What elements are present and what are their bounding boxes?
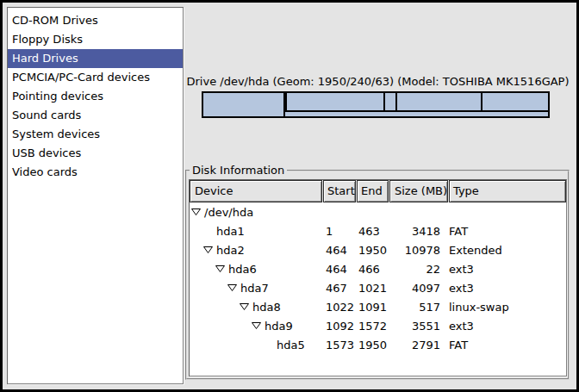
type-cell: ext3 bbox=[445, 320, 566, 333]
start-cell: 1 bbox=[322, 225, 355, 238]
column-header-type[interactable]: Type bbox=[449, 180, 566, 202]
device-cell: hda1 bbox=[190, 225, 322, 238]
device-label: hda8 bbox=[252, 301, 281, 314]
sidebar-item-video-cards[interactable]: Video cards bbox=[8, 163, 183, 182]
device-label: hda7 bbox=[240, 282, 269, 295]
sidebar-item-floppy-disks[interactable]: Floppy Disks bbox=[8, 30, 183, 49]
device-cell: hda9 bbox=[190, 320, 322, 333]
end-cell: 1021 bbox=[355, 282, 387, 295]
partition-segment-hda5 bbox=[482, 93, 548, 110]
table-row-hda2[interactable]: hda2464195010978Extended bbox=[190, 240, 566, 259]
type-cell: linux-swap bbox=[445, 301, 566, 314]
table-row-hda8[interactable]: hda810221091517linux-swap bbox=[190, 297, 566, 316]
type-cell: FAT bbox=[445, 339, 566, 352]
start-cell: 1573 bbox=[322, 339, 355, 352]
table-row-hda6[interactable]: hda646446622ext3 bbox=[190, 259, 566, 278]
hardware-browser-window: CD-ROM DrivesFloppy DisksHard DrivesPCMC… bbox=[0, 0, 579, 392]
sidebar-item-sound-cards[interactable]: Sound cards bbox=[8, 106, 183, 125]
size-cell: 517 bbox=[387, 301, 445, 314]
type-cell: ext3 bbox=[445, 263, 566, 276]
device-label: hda2 bbox=[216, 244, 245, 257]
table-row-hda9[interactable]: hda9109215723551ext3 bbox=[190, 316, 566, 335]
expander-icon[interactable] bbox=[191, 208, 201, 215]
column-header-start[interactable]: Start bbox=[323, 180, 356, 202]
sidebar-item-pcmcia-pc-card-devices[interactable]: PCMCIA/PC-Card devices bbox=[8, 68, 183, 87]
start-cell: 467 bbox=[322, 282, 355, 295]
device-label: hda1 bbox=[216, 225, 245, 238]
expander-icon[interactable] bbox=[240, 303, 249, 310]
expander-icon[interactable] bbox=[215, 265, 225, 272]
partition-bar bbox=[202, 91, 550, 118]
disk-table-body: /dev/hdahda114633418FAThda2464195010978E… bbox=[190, 202, 566, 354]
expander-icon[interactable] bbox=[203, 246, 213, 253]
type-cell: Extended bbox=[445, 244, 566, 257]
type-cell: FAT bbox=[445, 225, 566, 238]
size-cell: 4097 bbox=[387, 282, 445, 295]
sidebar-item-system-devices[interactable]: System devices bbox=[8, 125, 183, 144]
device-cell: hda5 bbox=[190, 339, 322, 352]
drive-summary-text: Drive /dev/hda (Geom: 1950/240/63) (Mode… bbox=[185, 75, 570, 89]
table-row-hda5[interactable]: hda5157319502791FAT bbox=[190, 335, 566, 354]
expander-icon[interactable] bbox=[227, 284, 237, 291]
start-cell: 464 bbox=[322, 244, 355, 257]
end-cell: 463 bbox=[355, 225, 387, 238]
logical-partitions-row bbox=[285, 93, 548, 112]
size-cell: 22 bbox=[387, 263, 445, 276]
partition-segment-hda7 bbox=[287, 93, 385, 110]
column-header-end[interactable]: End bbox=[357, 180, 389, 202]
device-label: hda5 bbox=[277, 339, 305, 352]
end-cell: 1950 bbox=[355, 244, 387, 257]
disk-table-header: DeviceStartEndSize (MB)Type bbox=[190, 180, 566, 202]
start-cell: 1092 bbox=[322, 320, 355, 333]
device-cell: hda6 bbox=[190, 263, 322, 276]
sidebar-item-cd-rom-drives[interactable]: CD-ROM Drives bbox=[8, 11, 183, 30]
device-cell: /dev/hda bbox=[190, 206, 322, 219]
start-cell: 464 bbox=[322, 263, 355, 276]
size-cell: 3551 bbox=[387, 320, 445, 333]
device-cell: hda2 bbox=[190, 244, 322, 257]
device-cell: hda8 bbox=[190, 301, 322, 314]
size-cell: 10978 bbox=[387, 244, 445, 257]
type-cell: ext3 bbox=[445, 282, 566, 295]
end-cell: 1950 bbox=[355, 339, 387, 352]
end-cell: 466 bbox=[355, 263, 387, 276]
disk-table: DeviceStartEndSize (MB)Type /dev/hdahda1… bbox=[189, 179, 567, 376]
device-category-list: CD-ROM DrivesFloppy DisksHard DrivesPCMC… bbox=[7, 7, 184, 384]
column-header-device[interactable]: Device bbox=[190, 180, 322, 202]
start-cell: 1022 bbox=[322, 301, 355, 314]
size-cell: 3418 bbox=[387, 225, 445, 238]
sidebar-item-usb-devices[interactable]: USB devices bbox=[8, 144, 183, 163]
partition-segment-hda2 bbox=[285, 93, 548, 116]
expander-spacer bbox=[264, 345, 277, 345]
sidebar-item-hard-drives[interactable]: Hard Drives bbox=[8, 49, 183, 68]
device-label: hda6 bbox=[228, 263, 257, 276]
table-row-hda7[interactable]: hda746710214097ext3 bbox=[190, 278, 566, 297]
end-cell: 1572 bbox=[355, 320, 387, 333]
end-cell: 1091 bbox=[355, 301, 387, 314]
device-cell: hda7 bbox=[190, 282, 322, 295]
partition-segment-hda1 bbox=[203, 93, 285, 116]
sidebar-item-pointing-devices[interactable]: Pointing devices bbox=[8, 87, 183, 106]
partition-segment-hda9 bbox=[397, 93, 482, 110]
expander-spacer bbox=[203, 231, 216, 232]
table-row-dev-hda[interactable]: /dev/hda bbox=[190, 202, 566, 221]
size-cell: 2791 bbox=[387, 339, 445, 352]
frame-label: Disk Information bbox=[190, 164, 287, 177]
expander-icon[interactable] bbox=[252, 322, 261, 329]
table-row-hda1[interactable]: hda114633418FAT bbox=[190, 221, 566, 240]
device-label: /dev/hda bbox=[204, 206, 253, 219]
device-label: hda9 bbox=[265, 320, 293, 333]
partition-segment-hda8 bbox=[385, 93, 397, 110]
column-header-size-mb[interactable]: Size (MB) bbox=[389, 180, 448, 202]
